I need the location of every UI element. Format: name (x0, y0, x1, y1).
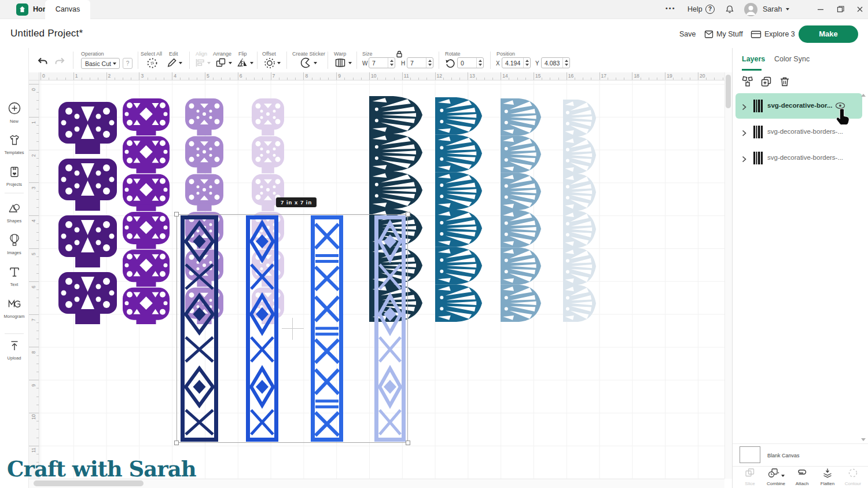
design-strip-purple-1[interactable] (57, 97, 119, 324)
position-y-stepper[interactable] (562, 58, 569, 68)
user-menu-caret-icon[interactable] (786, 8, 789, 10)
size-lock-icon[interactable] (395, 50, 403, 58)
flip-button[interactable] (237, 57, 248, 68)
window-close-button[interactable] (855, 5, 865, 14)
tab-color-sync[interactable]: Color Sync (774, 55, 810, 63)
sidebar-item-templates[interactable]: Templates (0, 134, 28, 155)
sidebar-item-monogram[interactable]: Monogram (0, 298, 28, 319)
notifications-bell-icon[interactable] (725, 5, 734, 14)
size-w-stepper[interactable] (388, 58, 395, 68)
position-x-stepper[interactable] (523, 58, 530, 68)
operation-help-button[interactable]: ? (123, 58, 133, 69)
combine-icon (767, 470, 780, 480)
help-button-label[interactable]: Help (687, 5, 703, 13)
overflow-menu-button[interactable]: ••• (665, 5, 676, 12)
explore-icon[interactable] (751, 30, 762, 39)
contour-icon (848, 470, 858, 480)
blank-canvas-swatch[interactable] (740, 446, 760, 463)
design-strip-blue-4[interactable] (374, 215, 406, 442)
window-minimize-button[interactable] (816, 5, 825, 14)
sidebar-item-shapes[interactable]: Shapes (0, 202, 28, 223)
design-strip-blue-2[interactable] (246, 215, 278, 442)
ruler-top-number: 12 (437, 73, 442, 79)
edit-label: Edit (169, 51, 178, 57)
design-strip-teal-2[interactable] (435, 97, 482, 322)
layer-list-scroll-up-icon[interactable] (861, 94, 866, 97)
duplicate-icon[interactable] (760, 76, 772, 87)
edit-caret-icon[interactable] (179, 62, 182, 64)
save-button[interactable]: Save (679, 30, 696, 38)
tab-layers[interactable]: Layers (742, 55, 765, 63)
rotate-stepper[interactable] (476, 58, 483, 68)
delete-icon[interactable] (779, 76, 790, 87)
selection-handle-2[interactable] (174, 441, 179, 445)
select-all-button[interactable] (146, 57, 158, 69)
ruler-corner (29, 72, 39, 80)
rotate-icon[interactable] (445, 58, 455, 68)
create-sticker-button[interactable] (300, 57, 312, 69)
canvas-vertical-scrollbar[interactable] (724, 72, 732, 479)
sidebar-item-new[interactable]: New (0, 101, 28, 124)
canvas-vertical-scrollbar-thumb[interactable] (726, 75, 731, 108)
make-button[interactable]: Make (799, 25, 858, 43)
left-sidebar: NewTemplatesProjectsShapesImagesTextMono… (0, 48, 29, 488)
flip-caret-icon[interactable] (250, 62, 253, 64)
my-stuff-button[interactable]: My Stuff (716, 30, 743, 38)
user-name[interactable]: Sarah (763, 5, 782, 13)
window-restore-button[interactable] (836, 5, 845, 14)
arrange-label: Arrange (213, 51, 231, 57)
cricut-logo[interactable] (16, 3, 28, 16)
layer-expand-chevron-icon[interactable] (742, 129, 746, 139)
group-icon[interactable] (742, 76, 753, 87)
layer-row-2[interactable]: svg-decorative-borders-... (735, 145, 862, 171)
selection-handle-0[interactable] (174, 212, 179, 217)
edit-button[interactable] (167, 57, 177, 68)
sidebar-item-upload[interactable]: Upload (0, 339, 28, 361)
position-y-input[interactable]: 4.083 (541, 57, 570, 68)
selection-handle-1[interactable] (406, 212, 410, 217)
my-stuff-icon[interactable] (704, 29, 714, 39)
layer-expand-chevron-icon[interactable] (742, 102, 746, 113)
undo-button[interactable] (37, 56, 48, 67)
design-strip-blue-3[interactable] (311, 215, 343, 442)
offset-button[interactable] (264, 57, 275, 69)
help-question-icon[interactable]: ? (705, 5, 715, 14)
arrange-caret-icon[interactable] (229, 62, 232, 64)
upload-icon (8, 344, 21, 354)
project-title: Untitled Project* (10, 28, 83, 39)
layer-thumbnail (753, 99, 763, 115)
position-x-input[interactable]: 4.194 (502, 57, 531, 68)
design-strip-blue-1[interactable] (181, 215, 218, 442)
ruler-left: 01234567891011 (29, 80, 39, 479)
rotate-input[interactable]: 0 (457, 57, 484, 68)
cricut-logo-glyph (19, 6, 26, 13)
ruler-top-number: 5 (207, 73, 209, 79)
create-sticker-caret-icon[interactable] (314, 62, 317, 64)
sidebar-item-text[interactable]: Text (0, 266, 28, 287)
size-w-input[interactable]: 7 (369, 57, 395, 68)
redo-button[interactable] (54, 56, 65, 67)
size-h-input[interactable]: 7 (407, 57, 433, 68)
warp-caret-icon[interactable] (348, 62, 352, 64)
operation-select[interactable]: Basic Cut (81, 58, 120, 69)
tab-canvas[interactable]: Canvas (45, 0, 90, 19)
ruler-left-number: 1 (31, 121, 36, 124)
explore-button[interactable]: Explore 3 (764, 30, 795, 38)
flatten-button[interactable]: Flatten (815, 468, 840, 486)
selection-handle-3[interactable] (406, 441, 410, 445)
offset-caret-icon[interactable] (277, 62, 281, 64)
warp-button[interactable] (334, 58, 346, 68)
design-strip-teal-3[interactable] (501, 98, 541, 322)
attach-button[interactable]: Attach (789, 468, 815, 486)
action-label: Attach (789, 481, 815, 486)
design-strip-teal-4[interactable] (563, 100, 596, 322)
user-avatar[interactable] (744, 3, 757, 16)
layer-expand-chevron-icon[interactable] (742, 155, 746, 165)
sidebar-item-images[interactable]: Images (0, 233, 28, 255)
arrange-button[interactable] (215, 57, 226, 68)
layer-list-scroll-down-icon[interactable] (861, 438, 866, 441)
combine-button[interactable]: Combine (763, 468, 789, 486)
design-strip-purple-2[interactable] (122, 97, 171, 324)
sidebar-item-projects[interactable]: Projects (0, 166, 28, 187)
size-h-stepper[interactable] (426, 58, 433, 68)
